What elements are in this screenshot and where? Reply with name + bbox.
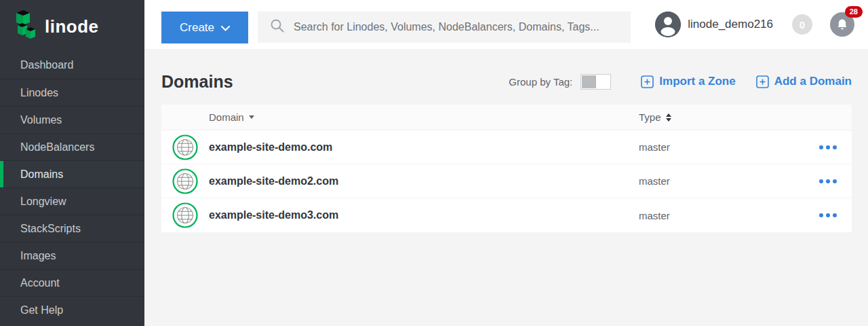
create-button-label: Create xyxy=(180,21,214,35)
column-header-type[interactable]: Type xyxy=(639,111,804,123)
import-a-zone-link[interactable]: Import a Zone xyxy=(641,75,735,88)
sidebar-item-images[interactable]: Images xyxy=(0,242,144,269)
linode-logo-icon xyxy=(12,9,38,43)
plus-icon xyxy=(756,75,769,88)
sidebar-item-nodebalancers[interactable]: NodeBalancers xyxy=(0,133,144,160)
main-content: Domains Group by Tag: Import a Zone Add … xyxy=(144,49,868,326)
username[interactable]: linode_demo216 xyxy=(688,18,773,31)
domain-type: master xyxy=(639,210,804,221)
import-a-zone-label: Import a Zone xyxy=(659,75,735,88)
avatar[interactable] xyxy=(655,12,681,37)
group-by-tag-label: Group by Tag: xyxy=(509,76,572,88)
domain-type: master xyxy=(639,175,804,187)
domain-name: example-site-demo3.com xyxy=(209,209,639,221)
plus-icon xyxy=(641,75,654,88)
toggle-knob xyxy=(582,75,596,88)
sidebar-item-domains[interactable]: Domains xyxy=(0,160,144,187)
topbar-right: linode_demo216 0 28 xyxy=(655,0,854,49)
linode-logo[interactable]: linode xyxy=(0,0,144,52)
globe-icon xyxy=(161,168,209,194)
sort-both-icon xyxy=(666,113,671,122)
chevron-down-icon xyxy=(221,21,230,35)
page-title: Domains xyxy=(161,72,233,92)
domain-name: example-site-demo.com xyxy=(209,141,639,153)
sidebar: linode Dashboard Linodes Volumes NodeBal… xyxy=(0,0,144,326)
search-icon xyxy=(270,18,285,36)
sidebar-item-dashboard[interactable]: Dashboard xyxy=(0,52,144,79)
domain-type: master xyxy=(639,141,804,153)
group-by-tag-toggle[interactable] xyxy=(580,74,611,90)
globe-icon xyxy=(161,202,209,228)
pending-count-badge[interactable]: 0 xyxy=(792,14,812,35)
sidebar-item-linodes[interactable]: Linodes xyxy=(0,79,144,106)
row-actions-menu[interactable] xyxy=(804,213,852,217)
logo-text: linode xyxy=(45,16,99,37)
table-row[interactable]: example-site-demo3.com master xyxy=(161,198,852,232)
sort-desc-icon xyxy=(249,115,254,119)
sidebar-item-account[interactable]: Account xyxy=(0,269,144,296)
add-a-domain-link[interactable]: Add a Domain xyxy=(756,75,852,88)
table-row[interactable]: example-site-demo2.com master xyxy=(161,164,852,198)
globe-icon xyxy=(161,134,209,160)
sidebar-item-get-help[interactable]: Get Help xyxy=(0,296,144,323)
sidebar-item-longview[interactable]: Longview xyxy=(0,187,144,215)
topbar: Create linode_demo216 0 28 xyxy=(144,0,868,49)
create-button[interactable]: Create xyxy=(161,12,248,43)
notifications-button[interactable]: 28 xyxy=(830,12,854,37)
sidebar-item-stackscripts[interactable]: StackScripts xyxy=(0,215,144,242)
row-actions-menu[interactable] xyxy=(804,179,852,183)
sidebar-item-volumes[interactable]: Volumes xyxy=(0,106,144,133)
add-a-domain-label: Add a Domain xyxy=(774,75,852,88)
search-input[interactable] xyxy=(294,21,631,33)
table-row[interactable]: example-site-demo.com master xyxy=(161,130,852,164)
column-header-domain[interactable]: Domain xyxy=(209,111,639,123)
domains-table: Domain Type example-site-demo.com master… xyxy=(161,105,852,232)
row-actions-menu[interactable] xyxy=(804,145,852,149)
sidebar-nav: Dashboard Linodes Volumes NodeBalancers … xyxy=(0,52,144,323)
global-search xyxy=(258,12,631,43)
notification-count-badge: 28 xyxy=(845,6,863,18)
table-header: Domain Type xyxy=(161,105,852,130)
domain-name: example-site-demo2.com xyxy=(209,175,639,187)
